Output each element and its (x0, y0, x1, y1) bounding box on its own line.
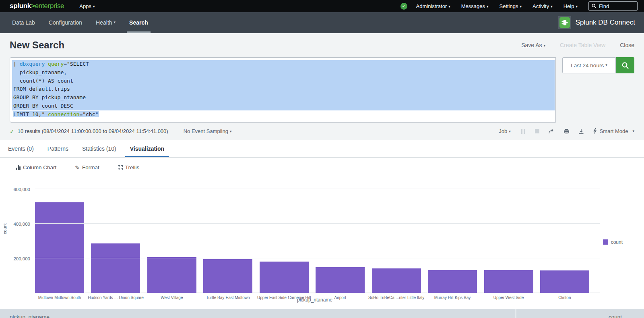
legend-label: count (611, 239, 623, 245)
results-tabs: Events (0) Patterns Statistics (10) Visu… (0, 140, 644, 158)
format-button[interactable]: ✎ Format (75, 164, 99, 171)
create-table-view-button[interactable]: Create Table View (560, 42, 605, 48)
bar-slot: Midtown-Midtown South (35, 184, 84, 293)
pencil-icon: ✎ (75, 164, 80, 171)
column-header-pickup-ntaname[interactable]: pickup_ntaname (0, 309, 515, 318)
chevron-down-icon: ▾ (93, 4, 95, 8)
logo-brand: splunk (10, 2, 31, 10)
bar-slot: SoHo-TriBeCa-...nter-Little Italy (372, 184, 421, 293)
chevron-down-icon: ▾ (509, 129, 511, 133)
pause-icon[interactable] (521, 129, 526, 134)
search-mode-menu[interactable]: Smart Mode▾ (593, 128, 634, 134)
time-range-picker[interactable]: Last 24 hours▾ (562, 57, 616, 73)
chevron-down-icon: ▾ (487, 4, 489, 8)
tab-events[interactable]: Events (0) (3, 140, 39, 157)
bar-slot: Upper West Side (484, 184, 533, 293)
legend-swatch (603, 239, 608, 245)
search-bar-row: | dbxquery query="SELECT pickup_ntaname,… (0, 57, 644, 123)
gridline (35, 223, 600, 224)
save-as-button[interactable]: Save As▾ (521, 42, 545, 48)
menu-help[interactable]: Help▾ (564, 3, 578, 9)
search-query-editor[interactable]: | dbxquery query="SELECT pickup_ntaname,… (10, 57, 556, 123)
menu-administrator[interactable]: Administrator▾ (416, 3, 450, 9)
db-connect-plug-icon (559, 17, 570, 28)
app-title: Splunk DB Connect (576, 19, 635, 27)
column-header-count[interactable]: count (516, 309, 644, 318)
splunk-logo[interactable]: splunk>enterprise (10, 2, 64, 10)
chevron-down-icon: ▾ (544, 44, 546, 48)
bar-slot: Turtle Bay-East Midtown (203, 184, 252, 293)
bar-1[interactable] (91, 243, 140, 293)
nav-item-configuration[interactable]: Configuration (46, 12, 85, 33)
y-tick-label: 200,000 (13, 256, 30, 261)
db-connect-icon-tile (558, 16, 571, 29)
find-search-box[interactable] (588, 1, 638, 11)
menu-activity[interactable]: Activity▾ (533, 3, 553, 9)
tab-patterns[interactable]: Patterns (43, 140, 73, 157)
bar-8[interactable] (484, 270, 533, 293)
results-summary: 10 results (08/04/2024 11:00:00.000 to 0… (18, 128, 168, 134)
download-icon[interactable] (578, 129, 584, 134)
bar-7[interactable] (428, 270, 477, 293)
run-search-button[interactable] (616, 57, 634, 73)
app-identity: Splunk DB Connect (558, 12, 635, 33)
bar-6[interactable] (372, 268, 421, 293)
column-chart: count 200,000400,000600,000 Midtown-Midt… (0, 178, 644, 305)
bar-slot: Clinton (540, 184, 589, 293)
query-line-3: FROM default.trips (12, 85, 555, 94)
nav-item-data-lab[interactable]: Data Lab (10, 12, 37, 33)
bar-4[interactable] (260, 262, 309, 293)
bar-slot: Airport (316, 184, 365, 293)
nav-item-health[interactable]: Health▾ (93, 12, 118, 33)
results-check-icon: ✓ (10, 128, 14, 135)
gridline (35, 258, 600, 258)
query-line-1: pickup_ntaname, (12, 69, 555, 77)
job-menu[interactable]: Job▾ (499, 128, 511, 134)
tab-visualization[interactable]: Visualization (125, 140, 169, 157)
chart-type-picker[interactable]: Column Chart (16, 164, 56, 170)
app-nav-items: Data Lab Configuration Health▾ Search (10, 12, 159, 33)
query-line-5: ORDER BY count DESC (12, 102, 555, 110)
statistics-table-header: pickup_ntaname count (0, 309, 644, 318)
menu-messages[interactable]: Messages▾ (461, 3, 489, 9)
page-header: New Search Save As▾ Create Table View Cl… (0, 33, 644, 57)
share-icon[interactable] (548, 129, 555, 134)
close-button[interactable]: Close (620, 42, 634, 48)
trellis-button[interactable]: Trellis (118, 164, 140, 170)
chevron-down-icon: ▾ (551, 4, 553, 8)
nav-item-search[interactable]: Search (127, 12, 151, 33)
tab-statistics[interactable]: Statistics (10) (77, 140, 121, 157)
query-line-2: count(*) AS count (12, 77, 555, 85)
bar-2[interactable] (147, 257, 196, 293)
search-icon (621, 62, 629, 69)
chevron-down-icon: ▾ (230, 129, 232, 133)
job-controls: Job▾ Smart Mode▾ (499, 128, 634, 134)
x-axis-title: pickup_ntaname (35, 297, 594, 303)
bar-5[interactable] (316, 267, 365, 293)
bar-slot: Murray Hill-Kips Bay (428, 184, 477, 293)
logo-product: enterprise (35, 2, 64, 10)
header-actions: Save As▾ Create Table View Close (521, 42, 634, 48)
chevron-down-icon: ▾ (448, 4, 450, 8)
menu-settings[interactable]: Settings▾ (500, 3, 522, 9)
topbar-right: ✓ Administrator▾ Messages▾ Settings▾ Act… (400, 1, 638, 11)
y-tick-label: 600,000 (13, 187, 30, 192)
bar-3[interactable] (203, 259, 252, 293)
print-icon[interactable] (564, 129, 570, 134)
query-line-4: GROUP BY pickup_ntaname (12, 94, 555, 102)
find-input[interactable] (599, 3, 631, 9)
health-status-check-icon[interactable]: ✓ (400, 3, 407, 10)
stop-icon[interactable] (535, 129, 539, 133)
bar-9[interactable] (540, 270, 589, 293)
chevron-down-icon: ▾ (576, 4, 578, 8)
bar-0[interactable] (35, 202, 84, 293)
event-sampling-menu[interactable]: No Event Sampling▾ (184, 128, 232, 134)
results-info-bar: ✓ 10 results (08/04/2024 11:00:00.000 to… (0, 123, 644, 140)
chevron-down-icon: ▾ (114, 20, 116, 24)
query-line-0: | dbxquery query="SELECT (12, 60, 555, 69)
chart-legend[interactable]: count (603, 239, 623, 245)
y-tick-label: 400,000 (13, 222, 30, 227)
apps-menu[interactable]: Apps▾ (79, 3, 95, 9)
query-line-6: LIMIT 10;" connection="chc" (12, 110, 555, 119)
bar-slot: West Village (147, 184, 196, 293)
